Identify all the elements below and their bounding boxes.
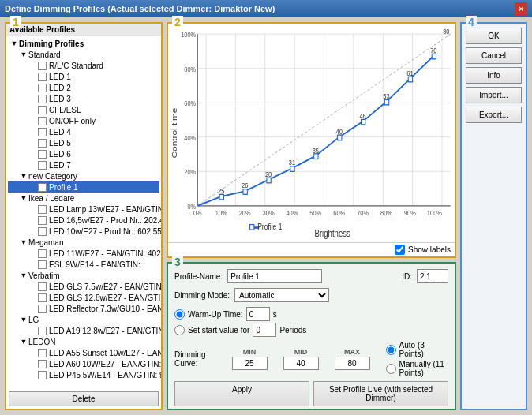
tree-item-led2[interactable]: LED 2 xyxy=(8,82,159,93)
close-button[interactable]: ✕ xyxy=(515,2,527,15)
set-start-radio[interactable] xyxy=(174,325,185,335)
tree-item-new-category[interactable]: ▼new Category xyxy=(8,170,159,181)
item-checkbox[interactable] xyxy=(38,117,47,125)
tree-item-led5[interactable]: LED 5 xyxy=(8,137,159,148)
id-input[interactable] xyxy=(417,269,448,283)
item-checkbox[interactable] xyxy=(38,183,47,192)
tree-item-led4[interactable]: LED 4 xyxy=(8,126,159,137)
show-labels-checkbox[interactable] xyxy=(395,245,405,255)
item-checkbox[interactable] xyxy=(38,371,47,379)
tree-item-esl-9w[interactable]: ESL 9W/E14 - EAN/GTIN: xyxy=(8,259,159,270)
tree-item-led-165w[interactable]: LED 16,5w/E27 - Prod Nr.: 202.492.26 xyxy=(8,215,159,226)
item-checkbox[interactable] xyxy=(38,95,47,103)
tree-item-led-gls-12w[interactable]: LED GLS 12.8w/E27 - EAN/GTIN: 002394 xyxy=(8,292,159,303)
tree-item-led-reflector[interactable]: LED Reflector 7.3w/GU10 - EAN/GTIN: 0239 xyxy=(8,303,159,314)
item-checkbox[interactable] xyxy=(38,73,47,81)
set-start-value[interactable] xyxy=(253,323,276,337)
svg-text:61: 61 xyxy=(406,69,414,77)
svg-text:80%: 80% xyxy=(184,65,196,73)
tree-item-led-p45[interactable]: LED P45 5W/E14 - EAN/GTIN: 912004 xyxy=(8,369,159,380)
tree-item-profile1[interactable]: Profile 1 xyxy=(8,181,159,193)
svg-rect-40 xyxy=(290,166,294,172)
svg-text:46: 46 xyxy=(359,111,366,120)
dimming-mode-select[interactable]: Automatic xyxy=(234,288,329,302)
delete-button[interactable]: Delete xyxy=(9,391,159,406)
tree-label: LEDON xyxy=(28,338,55,346)
tree-item-rl-lc-standard[interactable]: R/L/C Standard xyxy=(8,60,159,71)
spacer xyxy=(28,359,38,368)
item-checkbox[interactable] xyxy=(38,282,47,291)
export-button[interactable]: Export... xyxy=(466,107,522,123)
profile-name-input[interactable] xyxy=(227,269,322,283)
tree-item-led-lamp-13w[interactable]: LED Lamp 13w/E27 - EAN/GTIN: 405566901 xyxy=(8,204,159,215)
item-checkbox[interactable] xyxy=(38,293,47,302)
tree-container[interactable]: ▼Dimming Profiles▼StandardR/L/C Standard… xyxy=(6,36,161,389)
action-buttons: Apply Set Profile Live (with selected Di… xyxy=(168,379,455,409)
item-checkbox[interactable] xyxy=(38,128,47,136)
tree-item-led-a55-sunset[interactable]: LED A55 Sunset 10w/E27 - EAN/GTIN: 90034 xyxy=(8,347,159,358)
item-checkbox[interactable] xyxy=(38,161,47,170)
item-checkbox[interactable] xyxy=(38,106,47,114)
item-checkbox[interactable] xyxy=(38,249,47,258)
manual-radio[interactable] xyxy=(386,364,396,374)
cancel-button[interactable]: Cancel xyxy=(466,47,522,64)
item-checkbox[interactable] xyxy=(38,227,47,236)
spacer xyxy=(28,282,38,291)
tree-item-dimming-profiles[interactable]: ▼Dimming Profiles xyxy=(8,38,159,49)
import-button[interactable]: Import... xyxy=(466,87,522,103)
item-checkbox[interactable] xyxy=(38,349,47,357)
mid-input[interactable] xyxy=(283,357,319,370)
svg-text:53: 53 xyxy=(383,92,390,100)
tree-item-lg[interactable]: ▼LG xyxy=(8,314,159,325)
dimming-curve-row: Dimming Curve: MIN MID MAX Auto (3 Poi xyxy=(168,339,455,379)
max-input[interactable] xyxy=(335,357,370,370)
info-button[interactable]: Info xyxy=(466,67,522,84)
tree-item-ikea-ledare[interactable]: ▼Ikea / Ledare xyxy=(8,193,159,204)
tree-label: LED A55 Sunset 10w/E27 - EAN/GTIN: 90034 xyxy=(49,349,161,357)
tree-label: LED 6 xyxy=(49,150,71,159)
warmup-value[interactable] xyxy=(246,307,270,321)
item-checkbox[interactable] xyxy=(38,139,47,148)
spacer xyxy=(28,226,38,236)
tree-item-megaman[interactable]: ▼Megaman xyxy=(8,237,159,248)
tree-item-led-gls-75w[interactable]: LED GLS 7.5w/E27 - EAN/GTIN: 0239 xyxy=(8,281,159,292)
tree-item-verbatim[interactable]: ▼Verbatim xyxy=(8,270,159,281)
svg-text:25: 25 xyxy=(218,186,225,195)
item-checkbox[interactable] xyxy=(38,260,47,269)
tree-item-led-10w[interactable]: LED 10w/E27 - Prod Nr.: 602.553.62 xyxy=(8,226,159,237)
item-checkbox[interactable] xyxy=(38,84,47,92)
dimming-mode-label: Dimming Mode: xyxy=(174,291,230,300)
tree-item-on-off-only[interactable]: ON/OFF only xyxy=(8,115,159,126)
warmup-radio[interactable] xyxy=(174,309,185,320)
tree-item-led6[interactable]: LED 6 xyxy=(8,148,159,159)
tree-label: LED 10w/E27 - Prod Nr.: 602.553.62 xyxy=(49,227,161,236)
tree-item-led3[interactable]: LED 3 xyxy=(8,93,159,104)
spacer xyxy=(28,304,38,313)
tree-item-ledon[interactable]: ▼LEDON xyxy=(8,336,159,347)
min-input[interactable] xyxy=(232,357,268,370)
item-checkbox[interactable] xyxy=(38,327,47,335)
spacer xyxy=(28,326,38,335)
set-profile-button[interactable]: Set Profile Live (with selected Dimmer) xyxy=(313,381,448,406)
tree-item-led-a19[interactable]: LED A19 12.8w/E27 - EAN/GTIN: 8808 xyxy=(8,325,159,336)
ok-button[interactable]: OK xyxy=(466,28,522,44)
item-checkbox[interactable] xyxy=(38,205,47,214)
tree-item-led-a60-10w[interactable]: LED A60 10W/E27 - EAN/GTIN: 90034 xyxy=(8,358,159,369)
tree-item-standard[interactable]: ▼Standard xyxy=(8,49,159,60)
item-checkbox[interactable] xyxy=(38,62,47,70)
item-checkbox[interactable] xyxy=(38,360,47,368)
manual-option-row: Manually (11 Points) xyxy=(386,360,448,377)
svg-text:40: 40 xyxy=(336,127,343,136)
tree-item-led-11w[interactable]: LED 11W/E27 - EAN/GTIN: 402085600 xyxy=(8,248,159,259)
tree-label: Dimming Profiles xyxy=(19,39,84,48)
auto-radio[interactable] xyxy=(386,345,396,355)
tree-item-led7[interactable]: LED 7 xyxy=(8,159,159,170)
apply-button[interactable]: Apply xyxy=(174,381,309,406)
chart-area: Control time Brightness xyxy=(168,24,455,242)
show-labels-label[interactable]: Show labels xyxy=(408,245,451,254)
tree-item-led1[interactable]: LED 1 xyxy=(8,71,159,82)
item-checkbox[interactable] xyxy=(38,216,47,225)
item-checkbox[interactable] xyxy=(38,150,47,159)
tree-item-cfl-esl[interactable]: CFL/ESL xyxy=(8,104,159,115)
item-checkbox[interactable] xyxy=(38,305,47,313)
